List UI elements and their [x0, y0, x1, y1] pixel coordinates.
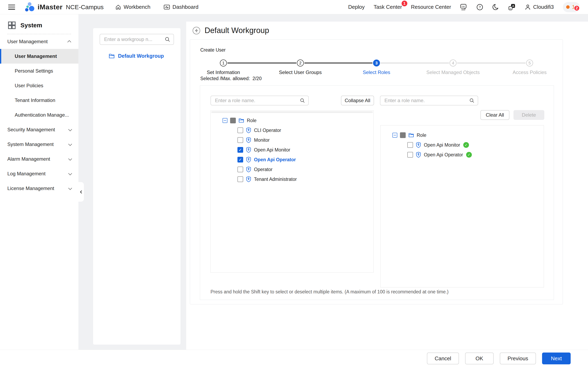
available-item-open-api-operator[interactable]: ✓Open Api Operator [211, 155, 373, 165]
step-connector-1 [227, 63, 296, 63]
help-icon[interactable]: ? [476, 4, 483, 11]
checkbox-operator[interactable] [237, 167, 243, 172]
nav-deploy[interactable]: Deploy [348, 4, 365, 10]
available-item-tenant-administrator[interactable]: Tenant Administrator [211, 174, 373, 184]
ok-button[interactable]: OK [465, 352, 494, 364]
hamburger-menu-icon[interactable] [8, 5, 15, 9]
sidebar-group-log-management[interactable]: Log Management [0, 166, 78, 181]
sidebar-group-user-management[interactable]: User Management [0, 34, 78, 49]
delete-button[interactable]: Delete [513, 110, 544, 120]
selected-root-row[interactable]: Role [380, 130, 544, 140]
step-2-circle[interactable]: 2 [297, 59, 304, 67]
sidebar-title: System [20, 22, 42, 29]
checkbox-open-api-operator[interactable] [407, 152, 413, 158]
cancel-button[interactable]: Cancel [427, 352, 459, 364]
chevron-left-icon [80, 190, 83, 193]
role-label: Open Api Operator [254, 157, 296, 162]
role-label: Open Api Operator [424, 152, 463, 158]
available-item-operator[interactable]: Operator [211, 165, 373, 174]
checkbox-open-api-monitor[interactable] [407, 142, 413, 148]
step-1-label: Set Information [207, 69, 240, 75]
previous-button[interactable]: Previous [500, 352, 536, 364]
selected-item-open-api-monitor[interactable]: Open Api Monitor✓ [380, 140, 544, 150]
workgroup-search-input[interactable] [104, 36, 164, 42]
task-center-badge: 1 [402, 1, 407, 6]
dashboard-label: Dashboard [173, 4, 199, 10]
notification-pill[interactable]: 1 2 [563, 2, 580, 12]
brand: iMaster NCE-Campus [24, 2, 104, 12]
old-version-icon[interactable]: Old [460, 3, 467, 11]
collapse-node-icon[interactable] [223, 118, 227, 123]
chevron-down-icon [68, 171, 72, 175]
collapse-node-icon[interactable] [392, 133, 397, 138]
sidebar-group-system-management[interactable]: System Management [0, 137, 78, 152]
topbar: iMaster NCE-Campus Workbench Dashboard D… [0, 0, 588, 14]
sidebar-nav: User ManagementUser ManagementPersonal S… [0, 34, 78, 196]
sidebar-collapse-handle[interactable] [78, 182, 84, 202]
selected-max-note: Selected /Max. allowed: 2/20 [200, 76, 261, 81]
task-center-label: Task Center [374, 4, 402, 10]
available-item-cli-operator[interactable]: CLI Operator [211, 125, 373, 135]
collapse-all-button[interactable]: Collapse All [341, 96, 374, 105]
selected-root-checkbox[interactable] [400, 132, 406, 138]
role-search-right-input[interactable] [384, 98, 469, 103]
step-1-circle[interactable]: 1 [220, 59, 227, 67]
home-icon [115, 4, 121, 10]
step-4-circle[interactable]: 4 [450, 59, 457, 67]
chevron-down-icon [68, 157, 72, 160]
workgroup-panel: Default Workgroup [93, 28, 181, 345]
sidebar-item-authentication-manage[interactable]: Authentication Manage... [0, 108, 78, 122]
nav-workbench[interactable]: Workbench [115, 4, 150, 10]
sidebar-group-label: Security Management [7, 127, 55, 133]
horizontal-scrollbar[interactable] [211, 111, 373, 113]
svg-text:x: x [510, 7, 511, 9]
checkbox-monitor[interactable] [237, 137, 243, 143]
sidebar: System User ManagementUser ManagementPer… [0, 14, 78, 367]
shift-select-hint: Press and hold the Shift key to select o… [210, 289, 449, 295]
added-check-icon: ✓ [466, 152, 472, 158]
sidebar-group-security-management[interactable]: Security Management [0, 122, 78, 137]
dark-mode-moon-icon[interactable] [492, 4, 499, 11]
checkbox-open-api-operator[interactable]: ✓ [237, 157, 243, 162]
user-menu[interactable]: Cloudifi3 [525, 4, 554, 10]
available-root-checkbox[interactable] [230, 118, 236, 123]
role-search-left [210, 96, 309, 105]
clear-all-button[interactable]: Clear All [480, 110, 509, 120]
sidebar-item-personal-settings[interactable]: Personal Settings [0, 64, 78, 78]
selected-root-label: Role [417, 133, 426, 138]
sidebar-group-alarm-management[interactable]: Alarm Management [0, 152, 78, 166]
available-roles-tree: RoleCLI OperatorMonitor✓Open Api Monitor… [211, 111, 373, 184]
role-label: Monitor [254, 137, 270, 143]
nav-dashboard[interactable]: Dashboard [164, 4, 199, 10]
nav-task-center[interactable]: Task Center 1 [374, 4, 402, 10]
sidebar-group-license-management[interactable]: License Management [0, 181, 78, 196]
sidebar-item-user-management[interactable]: User Management [0, 49, 78, 64]
checkbox-cli-operator[interactable] [237, 127, 243, 133]
step-5-circle[interactable]: 5 [526, 59, 533, 67]
step-3-circle[interactable]: 3 [373, 59, 380, 67]
search-icon[interactable] [469, 98, 475, 103]
role-label: Operator [254, 167, 273, 172]
nav-resource-center[interactable]: Resource Center [411, 4, 451, 10]
chevron-down-icon [68, 142, 72, 146]
available-root-row[interactable]: Role [211, 116, 373, 125]
dashboard-icon [164, 4, 170, 10]
selected-item-open-api-operator[interactable]: Open Api Operator✓ [380, 150, 544, 160]
role-transfer-panel: Collapse All Clear All Delete RoleCLI Op… [200, 85, 554, 300]
sidebar-item-tenant-information[interactable]: Tenant Information [0, 93, 78, 108]
language-translate-icon[interactable]: A x [508, 3, 516, 11]
workgroup-item[interactable]: Default Workgroup [93, 53, 181, 59]
user-icon [525, 4, 531, 10]
checkbox-tenant-administrator[interactable] [237, 176, 243, 182]
role-search-left-input[interactable] [215, 98, 300, 103]
back-arrow-icon[interactable] [192, 26, 200, 35]
role-search-right [380, 96, 478, 105]
next-button[interactable]: Next [542, 352, 571, 364]
available-item-open-api-monitor[interactable]: ✓Open Api Monitor [211, 145, 373, 155]
sidebar-item-user-policies[interactable]: User Policies [0, 78, 78, 93]
available-item-monitor[interactable]: Monitor [211, 135, 373, 145]
checkbox-open-api-monitor[interactable]: ✓ [237, 147, 243, 153]
search-icon[interactable] [164, 36, 170, 42]
role-shield-icon [246, 127, 251, 133]
search-icon[interactable] [300, 98, 305, 103]
